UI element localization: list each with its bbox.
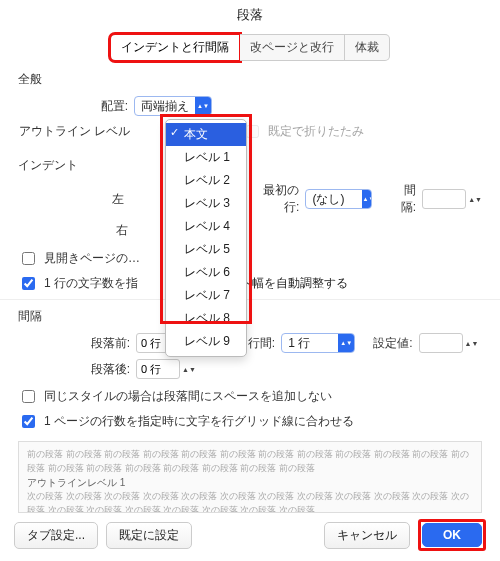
- auto-width-label-fragment: ト幅を自動調整する: [240, 275, 348, 292]
- alignment-select[interactable]: 両端揃え ▲▼: [134, 96, 212, 116]
- chevron-updown-icon: ▲▼: [195, 97, 211, 115]
- indent-right-label: 右: [88, 222, 128, 239]
- dialog-title: 段落: [0, 0, 500, 34]
- tab-page-breaks[interactable]: 改ページと改行: [240, 34, 345, 61]
- line-spacing-select[interactable]: 1 行 ▲▼: [281, 333, 355, 353]
- first-line-label: 最初の行:: [253, 182, 299, 216]
- set-default-button[interactable]: 既定に設定: [106, 522, 192, 549]
- outline-level-label: アウトライン レベル: [18, 123, 130, 140]
- preview-current-paragraph: アウトラインレベル 1: [27, 475, 473, 490]
- outline-option-1[interactable]: レベル 1: [166, 146, 246, 169]
- section-general: 全般: [18, 71, 482, 88]
- tab-format[interactable]: 体裁: [345, 34, 390, 61]
- dialog-footer: タブ設定... 既定に設定 キャンセル OK: [0, 519, 500, 551]
- outline-option-6[interactable]: レベル 6: [166, 261, 246, 284]
- stepper-arrows-icon[interactable]: ▲▼: [182, 366, 196, 373]
- indent-spacing-label: 間隔:: [392, 182, 417, 216]
- no-space-same-style-label: 同じスタイルの場合は段落間にスペースを追加しない: [44, 388, 332, 405]
- space-after-label: 段落後:: [78, 361, 130, 378]
- auto-adjust-label: 1 行の文字数を指: [44, 275, 138, 292]
- snap-to-grid-checkbox[interactable]: [22, 415, 35, 428]
- indent-spacing-stepper[interactable]: ▲▼: [422, 189, 482, 209]
- outline-option-0[interactable]: 本文: [166, 123, 246, 146]
- stepper-arrows-icon[interactable]: ▲▼: [465, 340, 479, 347]
- space-after-input[interactable]: [136, 359, 180, 379]
- outline-option-2[interactable]: レベル 2: [166, 169, 246, 192]
- outline-option-8[interactable]: レベル 8: [166, 307, 246, 330]
- no-space-same-style-checkbox[interactable]: [22, 390, 35, 403]
- highlight-annotation: OK: [418, 519, 486, 551]
- mirror-indent-label: 見開きページの…: [44, 250, 140, 267]
- tab-indent-spacing[interactable]: インデントと行間隔: [110, 34, 240, 61]
- outline-level-dropdown[interactable]: 本文レベル 1レベル 2レベル 3レベル 4レベル 5レベル 6レベル 7レベル…: [165, 119, 247, 357]
- line-spacing-value: 1 行: [282, 335, 338, 352]
- cancel-button[interactable]: キャンセル: [324, 522, 410, 549]
- line-spacing-label: 行間:: [248, 335, 275, 352]
- space-after-stepper[interactable]: ▲▼: [136, 359, 196, 379]
- first-line-value: (なし): [306, 191, 362, 208]
- set-value-stepper[interactable]: ▲▼: [419, 333, 479, 353]
- tab-bar: インデントと行間隔 改ページと改行 体裁: [0, 34, 500, 61]
- alignment-label: 配置:: [88, 98, 128, 115]
- preview-prev-paragraph: 前の段落 前の段落 前の段落 前の段落 前の段落 前の段落 前の段落 前の段落 …: [27, 448, 473, 475]
- tabs-button[interactable]: タブ設定...: [14, 522, 98, 549]
- indent-spacing-input[interactable]: [422, 189, 466, 209]
- ok-button[interactable]: OK: [422, 523, 482, 547]
- first-line-select[interactable]: (なし) ▲▼: [305, 189, 372, 209]
- outline-option-4[interactable]: レベル 4: [166, 215, 246, 238]
- stepper-arrows-icon[interactable]: ▲▼: [468, 196, 482, 203]
- collapse-default-label: 既定で折りたたみ: [268, 123, 364, 140]
- snap-to-grid-label: 1 ページの行数を指定時に文字を行グリッド線に合わせる: [44, 413, 354, 430]
- section-spacing: 間隔: [18, 308, 482, 325]
- chevron-updown-icon: ▲▼: [338, 334, 354, 352]
- section-indent: インデント: [18, 157, 482, 174]
- preview-next-paragraph: 次の段落 次の段落 次の段落 次の段落 次の段落 次の段落 次の段落 次の段落 …: [27, 490, 473, 513]
- mirror-indent-checkbox[interactable]: [22, 252, 35, 265]
- indent-left-label: 左: [88, 191, 124, 208]
- space-before-label: 段落前:: [78, 335, 130, 352]
- outline-option-5[interactable]: レベル 5: [166, 238, 246, 261]
- preview-box: 前の段落 前の段落 前の段落 前の段落 前の段落 前の段落 前の段落 前の段落 …: [18, 441, 482, 513]
- alignment-value: 両端揃え: [135, 98, 195, 115]
- outline-option-9[interactable]: レベル 9: [166, 330, 246, 353]
- set-value-input[interactable]: [419, 333, 463, 353]
- outline-option-7[interactable]: レベル 7: [166, 284, 246, 307]
- outline-option-3[interactable]: レベル 3: [166, 192, 246, 215]
- chevron-updown-icon: ▲▼: [362, 190, 372, 208]
- auto-adjust-checkbox[interactable]: [22, 277, 35, 290]
- collapse-default-checkbox: [246, 125, 259, 138]
- set-value-label: 設定値:: [373, 335, 412, 352]
